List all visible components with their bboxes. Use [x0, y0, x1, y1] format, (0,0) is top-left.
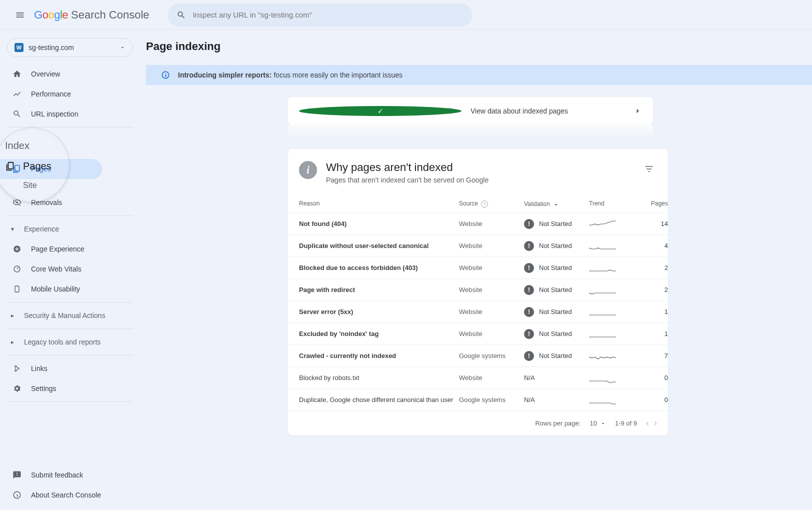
feedback-icon: [12, 470, 22, 480]
trend-cell: [589, 219, 633, 229]
wordpress-icon: W: [14, 43, 24, 52]
sidebar-item-feedback[interactable]: Submit feedback: [0, 465, 130, 485]
section-label: Legacy tools and reports: [24, 338, 100, 346]
divider: [7, 302, 133, 302]
chevron-right-icon: ▸: [11, 312, 18, 319]
validation-cell: N/A: [524, 374, 589, 382]
sidebar-item-label: URL inspection: [31, 110, 78, 118]
sidebar-item-removals[interactable]: Removals: [0, 192, 130, 212]
sidebar-item-page-experience[interactable]: Page Experience: [0, 239, 130, 259]
source-cell: Website: [459, 264, 524, 272]
chevron-down-icon: [600, 420, 606, 426]
sidebar-item-label: Mobile Usability: [31, 285, 80, 293]
table-header-row: Reason Source? Validation Trend Pages: [288, 195, 668, 212]
table-row[interactable]: Duplicate without user-selected canonica…: [288, 234, 668, 256]
trend-cell: [589, 241, 633, 251]
source-cell: Website: [459, 220, 524, 228]
sidebar-item-url-inspection[interactable]: URL inspection: [0, 104, 130, 124]
url-inspection-search[interactable]: [168, 4, 472, 26]
sidebar-item-performance[interactable]: Performance: [0, 84, 130, 104]
check-circle-icon: ✓: [299, 106, 462, 116]
plus-circle-icon: [12, 244, 22, 254]
section-label: Security & Manual Actions: [24, 312, 106, 320]
col-validation[interactable]: Validation: [524, 200, 589, 208]
rows-per-page-select[interactable]: 10: [590, 420, 606, 427]
property-selector[interactable]: W sg-testing.com: [7, 38, 133, 57]
main-content: Page indexing Introducing simpler report…: [140, 30, 812, 510]
table-row[interactable]: Duplicate, Google chose different canoni…: [288, 388, 668, 410]
pages-icon: [12, 164, 22, 174]
source-cell: Website: [459, 374, 524, 382]
prev-page-button[interactable]: ‹: [646, 418, 649, 428]
gear-icon: [12, 384, 22, 394]
validation-cell: !Not Started: [524, 219, 589, 229]
product-logo[interactable]: Google Search Console: [34, 8, 150, 22]
sidebar-item-mobile-usability[interactable]: Mobile Usability: [0, 279, 130, 299]
svg-rect-6: [15, 166, 20, 172]
view-indexed-pages-card[interactable]: ✓ View data about indexed pages: [288, 97, 653, 125]
trend-cell: [589, 395, 633, 405]
svg-rect-2: [15, 286, 19, 292]
phone-icon: [12, 284, 22, 294]
hamburger-menu-button[interactable]: [8, 3, 32, 27]
sidebar-section-experience[interactable]: ▾ Experience: [0, 219, 140, 239]
pages-cell: 0: [633, 374, 668, 382]
card-label: View data about indexed pages: [470, 107, 633, 115]
sidebar-item-core-web-vitals[interactable]: Core Web Vitals: [0, 259, 130, 279]
sidebar-item-pages-selected[interactable]: Pages: [0, 159, 102, 179]
sidebar-item-overview[interactable]: Overview: [0, 64, 130, 84]
table-row[interactable]: Crawled - currently not indexedGoogle sy…: [288, 344, 668, 366]
sidebar: W sg-testing.com Overview Performance UR…: [0, 30, 140, 510]
trend-cell: [589, 307, 633, 317]
table-row[interactable]: Page with redirectWebsite!Not Started2: [288, 278, 668, 300]
sidebar-item-label: Removals: [31, 198, 62, 206]
sidebar-item-label: Overview: [31, 70, 60, 78]
reason-cell: Blocked by robots.txt: [299, 374, 459, 382]
chevron-right-icon: ▸: [11, 338, 18, 346]
source-cell: Google systems: [459, 396, 524, 404]
product-name: Search Console: [71, 8, 150, 22]
sidebar-section-security[interactable]: ▸ Security & Manual Actions: [0, 306, 140, 326]
page-title: Page indexing: [146, 40, 812, 53]
help-icon[interactable]: ?: [481, 200, 488, 208]
sidebar-item-label: Page Experience: [31, 245, 84, 253]
page-range: 1-9 of 9: [615, 420, 637, 427]
filter-button[interactable]: [641, 161, 657, 177]
exclamation-icon: !: [524, 285, 534, 295]
sidebar-item-label: Submit feedback: [31, 471, 83, 479]
table-row[interactable]: Blocked due to access forbidden (403)Web…: [288, 256, 668, 278]
exclamation-icon: !: [524, 307, 534, 317]
reason-cell: Excluded by 'noindex' tag: [299, 330, 459, 338]
validation-cell: !Not Started: [524, 351, 589, 361]
exclamation-icon: !: [524, 241, 534, 251]
table-row[interactable]: Excluded by 'noindex' tagWebsite!Not Sta…: [288, 322, 668, 344]
pages-cell: 2: [633, 264, 668, 272]
col-reason: Reason: [299, 200, 459, 208]
search-input[interactable]: [192, 10, 463, 19]
divider: [7, 127, 133, 128]
speed-icon: [12, 264, 22, 274]
validation-cell: !Not Started: [524, 307, 589, 317]
sidebar-item-label: About Search Console: [31, 491, 101, 499]
sidebar-item-about[interactable]: About Search Console: [0, 485, 130, 505]
table-row[interactable]: Blocked by robots.txtWebsiteN/A0: [288, 366, 668, 388]
exclamation-icon: !: [524, 263, 534, 273]
pages-cell: 0: [633, 396, 668, 404]
table-row[interactable]: Not found (404)Website!Not Started14: [288, 212, 668, 234]
hamburger-icon: [15, 10, 25, 20]
validation-cell: !Not Started: [524, 285, 589, 295]
sidebar-section-legacy[interactable]: ▸ Legacy tools and reports: [0, 332, 140, 352]
table-title: Why pages aren't indexed: [326, 161, 488, 174]
indexing-reasons-table: i Why pages aren't indexed Pages that ar…: [288, 149, 668, 436]
reason-cell: Server error (5xx): [299, 308, 459, 316]
property-domain: sg-testing.com: [28, 44, 120, 52]
next-page-button[interactable]: ›: [654, 418, 657, 428]
source-cell: Website: [459, 330, 524, 338]
trend-cell: [589, 351, 633, 361]
sidebar-item-links[interactable]: Links: [0, 358, 130, 378]
table-row[interactable]: Server error (5xx)Website!Not Started1: [288, 300, 668, 322]
reason-cell: Duplicate, Google chose different canoni…: [299, 396, 459, 404]
sidebar-item-settings[interactable]: Settings: [0, 378, 130, 398]
visibility-off-icon: [12, 198, 22, 208]
exclamation-icon: !: [524, 329, 534, 339]
